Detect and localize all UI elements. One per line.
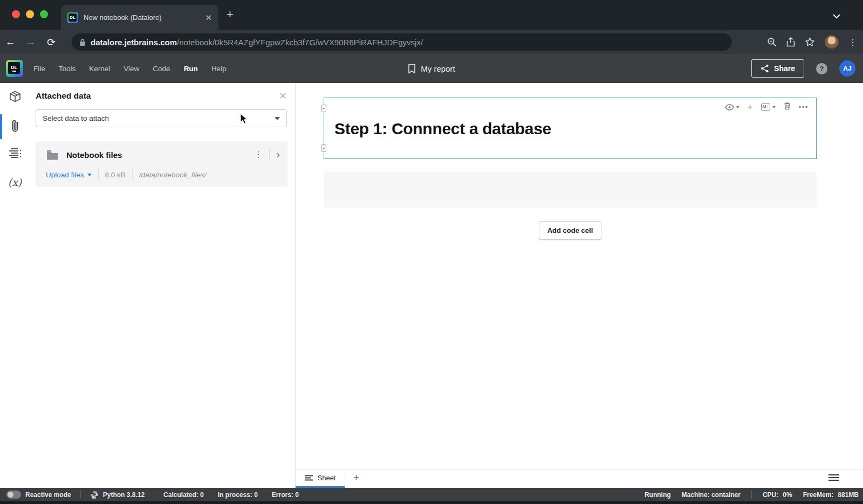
chevron-down-icon — [772, 106, 776, 108]
user-avatar[interactable]: AJ — [839, 60, 855, 77]
sheet-tab-label: Sheet — [318, 474, 336, 482]
status-bar-right: Running Machine: container CPU: 0% FreeM… — [645, 491, 859, 499]
kernel-status: Running — [645, 491, 671, 499]
datalore-logo[interactable]: DL — [6, 60, 23, 77]
visibility-dropdown-button[interactable] — [725, 104, 739, 111]
variables-icon: (x) — [8, 176, 22, 188]
divider — [154, 491, 154, 499]
markdown-icon: M↓ — [761, 103, 770, 111]
cell-toolbar: + M↓ ••• — [725, 102, 809, 112]
new-tab-button[interactable]: + — [227, 9, 234, 20]
zoom-search-icon[interactable] — [767, 37, 777, 47]
tab-search-chevron-icon[interactable] — [833, 11, 840, 21]
menu-code[interactable]: Code — [153, 65, 170, 73]
divider — [132, 169, 133, 180]
files-path: /data/notebook_files/ — [139, 171, 207, 179]
select-data-dropdown[interactable]: Select data to attach — [36, 109, 287, 127]
attached-data-panel: Attached data ✕ Select data to attach No… — [30, 83, 295, 488]
delete-cell-button[interactable] — [784, 102, 791, 112]
bottom-edge-strip — [0, 501, 863, 504]
execution-counters: Calculated: 0 In process: 0 Errors: 0 — [163, 491, 299, 499]
toolbar-right-controls: ⋮ — [767, 30, 858, 54]
bookmark-star-icon[interactable] — [805, 37, 815, 47]
cpu-label: CPU: — [763, 491, 778, 499]
menu-file[interactable]: File — [33, 65, 45, 73]
bookmark-icon — [408, 64, 416, 74]
tab-close-icon[interactable]: ✕ — [205, 13, 212, 23]
selected-markdown-cell[interactable]: + M↓ ••• Step 1: Connnect a database — [324, 98, 817, 159]
free-memory: FreeMem: 881MB — [803, 491, 859, 499]
upload-files-label: Upload files — [46, 171, 84, 179]
cell-bottom-handle[interactable] — [321, 144, 326, 152]
lock-icon — [79, 38, 86, 46]
python-icon — [90, 491, 99, 499]
sheet-tab[interactable]: Sheet — [296, 470, 345, 488]
share-nodes-icon — [761, 64, 769, 73]
minimize-window-button[interactable] — [26, 10, 34, 18]
add-code-cell-button[interactable]: Add code cell — [539, 221, 602, 240]
menu-view[interactable]: View — [124, 65, 139, 73]
left-icon-rail: (x) — [0, 83, 30, 488]
close-window-button[interactable] — [12, 10, 20, 18]
reactive-mode-control[interactable]: Reactive mode — [6, 491, 71, 499]
environment-tool-button[interactable] — [0, 85, 30, 108]
menu-tools[interactable]: Tools — [59, 65, 76, 73]
menu-run[interactable]: Run — [184, 65, 198, 73]
freemem-label: FreeMem: — [803, 491, 834, 499]
share-page-icon[interactable] — [786, 37, 795, 47]
browser-profile-avatar[interactable] — [825, 35, 839, 49]
cell-heading-text[interactable]: Step 1: Connnect a database — [334, 120, 551, 138]
mouse-cursor — [240, 113, 249, 125]
browser-tab-strip: DL New notebook (Datalore) ✕ + — [0, 0, 863, 30]
reload-button[interactable]: ⟳ — [41, 36, 61, 49]
add-sheet-button[interactable]: + — [353, 472, 359, 484]
reactive-mode-toggle[interactable] — [6, 491, 21, 499]
browser-tab[interactable]: DL New notebook (Datalore) ✕ — [61, 5, 218, 30]
errors-counter: Errors: 0 — [272, 491, 299, 499]
table-of-contents-tool-button[interactable] — [0, 141, 30, 165]
main-menu: File Tools Kernel View Code Run Help — [33, 54, 227, 83]
upload-files-button[interactable]: Upload files — [46, 171, 92, 179]
panel-close-icon[interactable]: ✕ — [279, 90, 287, 102]
address-bar[interactable]: datalore.jetbrains.com/notebook/0k5R4AZg… — [72, 33, 732, 51]
kernel-info[interactable]: Python 3.8.12 — [90, 491, 145, 499]
trash-icon — [784, 102, 791, 110]
url-path: /notebook/0k5R4AZgfYFgpwZkcb3f7G/wVX90R6… — [177, 38, 423, 47]
cell-more-button[interactable]: ••• — [799, 103, 809, 111]
url-domain: datalore.jetbrains.com — [91, 38, 177, 47]
eye-icon — [725, 104, 734, 111]
cell-type-dropdown-button[interactable]: M↓ — [761, 103, 776, 111]
attached-data-tool-button[interactable] — [0, 114, 30, 138]
calculated-counter: Calculated: 0 — [163, 491, 204, 499]
sheet-list-menu-icon[interactable] — [828, 474, 839, 484]
variables-tool-button[interactable]: (x) — [0, 170, 30, 194]
divider — [80, 491, 81, 499]
add-code-cell-container: Add code cell — [324, 221, 817, 240]
cpu-value: 0% — [783, 491, 792, 499]
card-chevron-right-icon[interactable]: › — [276, 149, 280, 159]
add-cell-button[interactable]: + — [748, 103, 753, 111]
url-text: datalore.jetbrains.com/notebook/0k5R4AZg… — [91, 38, 423, 47]
status-bar: Reactive mode Python 3.8.12 Calculated: … — [0, 488, 863, 501]
menu-help[interactable]: Help — [211, 65, 227, 73]
help-button[interactable]: ? — [816, 63, 827, 74]
notebook-files-card: Notebook files ⋮ › Upload files 8.0 kB /… — [36, 141, 287, 187]
card-kebab-menu-icon[interactable]: ⋮ — [254, 149, 263, 160]
back-button[interactable]: ← — [0, 36, 20, 48]
menu-kernel[interactable]: Kernel — [89, 65, 110, 73]
datalore-header: DL File Tools Kernel View Code Run Help … — [0, 54, 863, 83]
sheet-hamburger-icon — [305, 475, 313, 481]
empty-cell-placeholder[interactable] — [324, 171, 817, 208]
forward-button[interactable]: → — [20, 36, 41, 48]
notebook-main-area: + M↓ ••• Step 1: Connnect a database Add… — [296, 83, 863, 488]
cell-top-handle[interactable] — [321, 105, 326, 112]
share-button[interactable]: Share — [751, 59, 804, 78]
files-size: 8.0 kB — [105, 171, 126, 179]
sheet-tab-bar: Sheet + — [296, 469, 863, 488]
browser-toolbar: ← → ⟳ datalore.jetbrains.com/notebook/0k… — [0, 30, 863, 54]
notebook-files-head: Notebook files — [46, 150, 122, 160]
chevron-down-icon — [275, 117, 280, 120]
browser-menu-kebab-icon[interactable]: ⋮ — [848, 37, 858, 47]
favicon-letters: DL — [69, 13, 77, 22]
zoom-window-button[interactable] — [40, 10, 48, 18]
